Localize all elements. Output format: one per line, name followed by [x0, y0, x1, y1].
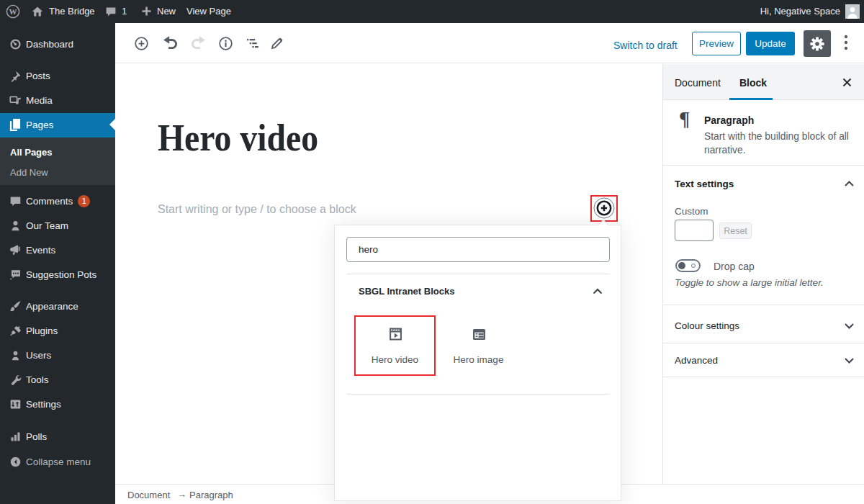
svg-text:W: W — [9, 7, 17, 16]
